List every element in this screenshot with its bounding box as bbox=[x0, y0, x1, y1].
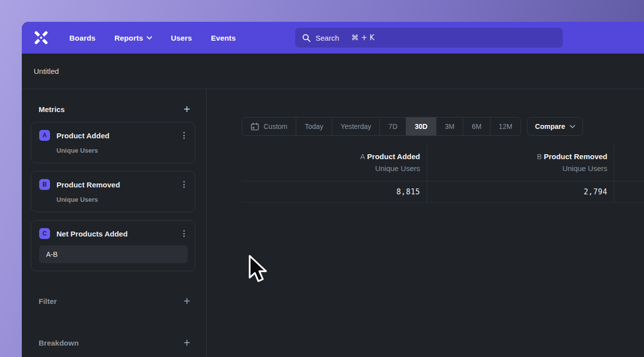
date-tab-label: 30D bbox=[415, 122, 428, 130]
nav-item-users[interactable]: Users bbox=[171, 34, 192, 42]
app-window: Boards Reports Users Events ⌘ + K Untitl… bbox=[22, 22, 644, 357]
breakdown-section-header: Breakdown + bbox=[31, 338, 195, 348]
table-value-row: 8,815 2,794 bbox=[242, 181, 644, 203]
column-name: Product Added bbox=[367, 152, 420, 161]
metric-letter-badge: C bbox=[39, 228, 50, 239]
date-tab-custom[interactable]: Custom bbox=[242, 118, 296, 135]
chevron-down-icon bbox=[147, 36, 152, 40]
date-range-toolbar: Custom Today Yesterday 7D 30D 3M 6M 12M … bbox=[242, 117, 583, 136]
nav-item-events[interactable]: Events bbox=[211, 34, 236, 42]
filter-section-header: Filter + bbox=[31, 296, 195, 306]
metric-card-b[interactable]: B Product Removed Unique Users bbox=[31, 171, 195, 212]
nav-label: Reports bbox=[114, 34, 143, 42]
column-letter: B bbox=[537, 152, 542, 161]
column-name: Product Removed bbox=[544, 152, 607, 161]
compare-label: Compare bbox=[535, 122, 565, 130]
filter-section-label: Filter bbox=[39, 297, 57, 305]
date-tab-yesterday[interactable]: Yesterday bbox=[332, 118, 380, 135]
metric-name[interactable]: Product Removed bbox=[56, 180, 180, 189]
formula-input[interactable] bbox=[39, 245, 188, 263]
search-shortcut-hint: ⌘ + K bbox=[351, 33, 375, 42]
table-header-cell-overflow bbox=[614, 145, 644, 181]
date-tab-30d[interactable]: 30D bbox=[406, 118, 436, 135]
metrics-section-header: Metrics + bbox=[31, 104, 195, 114]
date-tab-label: 12M bbox=[499, 122, 512, 130]
table-value-cell-overflow bbox=[614, 181, 644, 202]
date-tab-12m[interactable]: 12M bbox=[490, 118, 521, 135]
add-metric-button[interactable]: + bbox=[183, 104, 191, 114]
chevron-down-icon bbox=[570, 125, 575, 128]
metric-options-kebab-icon[interactable] bbox=[180, 228, 188, 239]
nav-label: Boards bbox=[69, 34, 96, 42]
desktop-background: { "nav": { "items": [ { "label": "Boards… bbox=[0, 0, 644, 357]
metric-options-kebab-icon[interactable] bbox=[180, 179, 188, 190]
metric-letter-badge: A bbox=[39, 130, 50, 141]
search-text-field[interactable] bbox=[316, 34, 346, 42]
nav-label: Users bbox=[171, 34, 192, 42]
date-tab-label: 3M bbox=[445, 122, 454, 130]
query-builder-sidebar: Metrics + A Product Added Unique Users B… bbox=[22, 89, 207, 357]
search-input[interactable]: ⌘ + K bbox=[295, 28, 563, 48]
metric-value: 2,794 bbox=[584, 187, 607, 196]
date-tab-label: Today bbox=[305, 122, 323, 130]
add-filter-button[interactable]: + bbox=[183, 296, 191, 306]
date-tab-label: Yesterday bbox=[341, 122, 372, 130]
metric-name[interactable]: Product Added bbox=[56, 131, 180, 140]
date-tab-label: Custom bbox=[264, 122, 287, 130]
table-value-cell-a[interactable]: 8,815 bbox=[242, 181, 427, 202]
table-header-row: AProduct Added Unique Users BProduct Rem… bbox=[242, 145, 644, 181]
column-measure: Unique Users bbox=[427, 163, 607, 174]
metric-name[interactable]: Net Products Added bbox=[56, 230, 180, 238]
nav-menu: Boards Reports Users Events bbox=[69, 34, 236, 42]
calendar-icon bbox=[251, 122, 259, 131]
column-measure: Unique Users bbox=[242, 163, 420, 174]
date-tab-7d[interactable]: 7D bbox=[380, 118, 406, 135]
top-navbar: Boards Reports Users Events ⌘ + K bbox=[22, 22, 644, 54]
mixpanel-logo-icon[interactable] bbox=[34, 30, 49, 45]
date-tab-label: 6M bbox=[472, 122, 481, 130]
table-header-cell-a: AProduct Added Unique Users bbox=[242, 145, 427, 181]
nav-item-reports[interactable]: Reports bbox=[114, 34, 152, 42]
report-title[interactable]: Untitled bbox=[34, 67, 59, 75]
metric-value: 8,815 bbox=[396, 187, 420, 196]
metric-card-a[interactable]: A Product Added Unique Users bbox=[31, 122, 195, 163]
metric-measure[interactable]: Unique Users bbox=[56, 147, 188, 154]
metric-options-kebab-icon[interactable] bbox=[180, 130, 188, 141]
date-tab-6m[interactable]: 6M bbox=[463, 118, 490, 135]
table-value-cell-b[interactable]: 2,794 bbox=[427, 181, 614, 202]
date-tab-label: 7D bbox=[388, 122, 397, 130]
compare-button[interactable]: Compare bbox=[527, 117, 583, 136]
metric-measure[interactable]: Unique Users bbox=[56, 196, 188, 203]
breakdown-section-label: Breakdown bbox=[39, 339, 79, 347]
date-range-segmented-control: Custom Today Yesterday 7D 30D 3M 6M 12M bbox=[242, 117, 521, 136]
report-header: Untitled bbox=[22, 54, 644, 89]
nav-item-boards[interactable]: Boards bbox=[69, 34, 96, 42]
metrics-result-table: AProduct Added Unique Users BProduct Rem… bbox=[242, 145, 644, 203]
metric-card-c[interactable]: C Net Products Added bbox=[31, 220, 195, 271]
column-letter: A bbox=[360, 152, 365, 161]
metric-letter-badge: B bbox=[39, 179, 50, 190]
metrics-section-label: Metrics bbox=[39, 105, 65, 114]
table-header-cell-b: BProduct Removed Unique Users bbox=[427, 145, 614, 181]
nav-label: Events bbox=[211, 34, 236, 42]
date-tab-today[interactable]: Today bbox=[296, 118, 332, 135]
search-icon bbox=[302, 34, 311, 42]
add-breakdown-button[interactable]: + bbox=[183, 338, 191, 348]
date-tab-3m[interactable]: 3M bbox=[436, 118, 463, 135]
report-canvas: Custom Today Yesterday 7D 30D 3M 6M 12M … bbox=[207, 89, 644, 357]
